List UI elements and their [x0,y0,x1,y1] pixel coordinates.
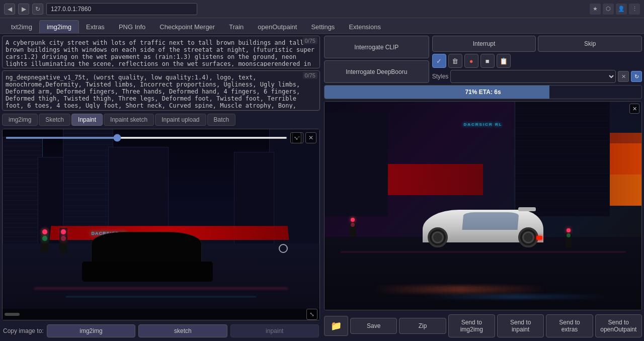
canvas-bottom-bar: ⤡ [3,309,319,320]
send-to-img2img-btn[interactable]: Send to img2img [448,314,495,337]
negative-prompt-counter: 0/75 [303,72,317,79]
tool-copy-btn[interactable]: 📋 [497,54,511,68]
traffic-light-right [59,228,67,253]
tool-circle-btn[interactable]: ● [464,54,478,68]
tab-openoutpaint[interactable]: openOutpaint [251,20,304,33]
positive-prompt-area: A cyberpunk city street with lots of tra… [2,36,320,68]
output-close-btn[interactable]: ✕ [629,104,639,114]
interrupt-btn[interactable]: Interrupt [432,36,536,52]
canvas-container[interactable]: DACRSICR RL [2,129,320,320]
right-top-controls: Interrogate CLIP Interrogate DeepBooru I… [324,36,642,83]
sub-tab-sketch[interactable]: Sketch [39,114,70,126]
negative-prompt-area: ng_deepnegative_v1_75t, (worst quality, … [2,70,320,111]
output-container: ✕ DACRSICR RL [324,101,642,310]
skip-btn[interactable]: Skip [538,36,642,52]
send-to-inpaint-btn[interactable]: Send to inpaint [497,314,544,337]
expand-btn[interactable]: ⤡ [290,132,301,143]
tab-extensions[interactable]: Extensions [342,20,388,33]
profile-icon[interactable]: 👤 [616,4,627,15]
tab-checkpoint-merger[interactable]: Checkpoint Merger [152,20,222,33]
progress-text: 71% ETA: 6s [465,89,501,96]
action-bar: 📁 Save Zip Send to img2img Send to inpai… [324,312,642,339]
browser-chrome: ◀ ▶ ↻ ★ ⬡ 👤 ⋮ [0,0,644,18]
progress-area: 71% ETA: 6s [324,85,642,99]
interrogate-deepbooru-btn[interactable]: Interrogate DeepBooru [324,60,429,83]
road-reflection-1 [372,286,547,293]
bookmark-icon[interactable]: ★ [590,4,601,15]
building-1 [3,137,43,247]
output-neon-sign: DACRSICR RL [463,122,502,127]
sub-tab-batch[interactable]: Batch [207,114,236,126]
sub-tabs: img2img Sketch Inpaint Inpaint sketch In… [2,113,320,127]
styles-row: Styles ✕ ↻ [432,70,642,83]
traffic-light-left [41,228,49,253]
expand-view-btn[interactable]: ⤡ [306,309,317,320]
brush-slider-container: ⤡ [6,132,301,143]
tl-red-2 [61,229,66,234]
copy-image-label: Copy image to: [3,327,44,334]
send-to-openoutpaint-btn[interactable]: Send to openOutpaint [595,314,642,337]
folder-btn[interactable]: 📁 [324,316,348,336]
copy-image-row: Copy image to: img2img sketch inpaint [2,322,320,339]
car-wheel-left [428,227,448,247]
send-to-extras-btn[interactable]: Send to extras [546,314,593,337]
copy-to-sketch-btn[interactable]: sketch [138,324,227,337]
tool-icons-row: ✓ 🗑 ● ■ 📋 [432,54,642,68]
main-nav: txt2img img2img Extras PNG Info Checkpoi… [0,18,644,34]
tool-check-btn[interactable]: ✓ [432,54,446,68]
interrupt-skip-row: Interrupt Skip [432,36,642,52]
tab-img2img[interactable]: img2img [39,20,79,33]
forward-button[interactable]: ▶ [18,4,29,15]
save-btn[interactable]: Save [350,318,397,334]
interrogate-clip-btn[interactable]: Interrogate CLIP [324,36,429,58]
negative-prompt-input[interactable]: ng_deepnegative_v1_75t, (worst quality, … [3,71,319,109]
canvas-close-btn[interactable]: ✕ [305,132,316,143]
canvas-bottom-right: ⤡ [306,309,317,320]
road-reflection-2 [420,294,610,299]
copy-to-inpaint-btn[interactable]: inpaint [230,324,319,337]
main-content: A cyberpunk city street with lots of tra… [0,34,644,341]
interrupt-column: Interrupt Skip ✓ 🗑 ● ■ 📋 Styles ✕ ↻ [432,36,642,83]
tab-train[interactable]: Train [222,20,251,33]
progress-bar-fill [325,86,549,99]
zip-btn[interactable]: Zip [399,318,446,334]
tab-txt2img[interactable]: txt2img [4,20,39,33]
copy-to-img2img-btn[interactable]: img2img [47,324,135,337]
tl-red-3 [61,236,66,241]
output-traffic-light-2 [566,227,572,247]
styles-label: Styles [432,73,449,80]
styles-clear-btn[interactable]: ✕ [618,71,629,82]
output-traffic-light [350,217,356,237]
refresh-button[interactable]: ↻ [32,4,43,15]
browser-icons: ★ ⬡ 👤 ⋮ [590,4,640,15]
tab-extras[interactable]: Extras [79,20,112,33]
interrogate-column: Interrogate CLIP Interrogate DeepBooru [324,36,429,83]
right-panel: Interrogate CLIP Interrogate DeepBooru I… [322,34,644,341]
tool-square-btn[interactable]: ■ [480,54,495,68]
back-button[interactable]: ◀ [4,4,15,15]
bg-building-left [325,112,388,216]
output-car [413,197,553,247]
left-panel: A cyberpunk city street with lots of tra… [0,34,322,341]
menu-icon[interactable]: ⋮ [629,4,640,15]
tab-png-info[interactable]: PNG Info [112,20,152,33]
styles-select[interactable] [450,70,616,83]
positive-prompt-input[interactable]: A cyberpunk city street with lots of tra… [3,36,319,66]
styles-refresh-btn[interactable]: ↻ [631,71,642,82]
sub-tab-img2img[interactable]: img2img [2,114,38,126]
tl-red [42,229,47,234]
extensions-icon[interactable]: ⬡ [603,4,614,15]
url-bar[interactable] [46,3,197,15]
tab-settings[interactable]: Settings [304,20,342,33]
sub-tab-inpaint-upload[interactable]: Inpaint upload [155,114,206,126]
scroll-indicator [5,313,20,316]
sub-tab-inpaint-sketch[interactable]: Inpaint sketch [104,114,154,126]
sub-tab-inpaint[interactable]: Inpaint [71,114,103,126]
car-scene: DACRSICR RL [325,102,641,310]
tl-green [42,236,47,241]
brush-size-slider[interactable] [6,137,287,139]
folder-icon: 📁 [331,320,342,331]
car-mask-2 [82,262,213,282]
positive-prompt-counter: 0/75 [303,37,317,44]
tool-trash-btn[interactable]: 🗑 [448,54,462,68]
